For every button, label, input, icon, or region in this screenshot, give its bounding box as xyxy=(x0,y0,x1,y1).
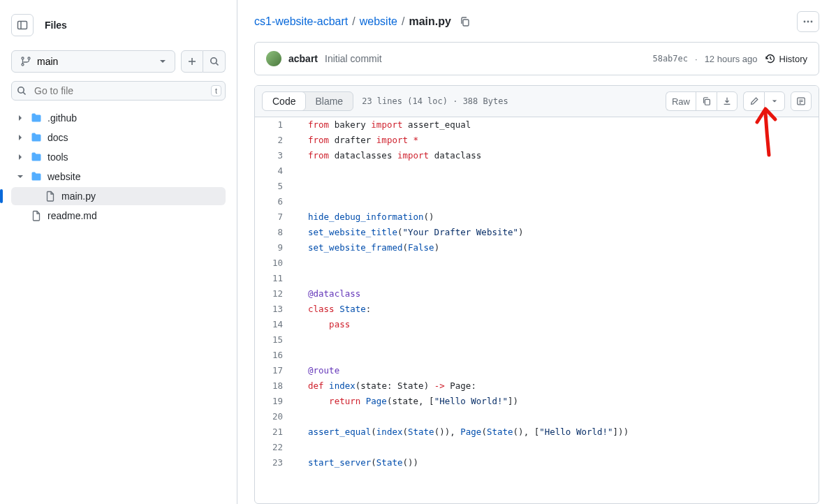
svg-point-10 xyxy=(807,21,809,23)
download-button[interactable] xyxy=(717,91,738,111)
code-body[interactable]: 1from bakery import assert_equal2from dr… xyxy=(255,117,819,503)
commit-sha[interactable]: 58ab7ec xyxy=(652,54,688,64)
edit-button[interactable] xyxy=(743,91,764,111)
line-number[interactable]: 15 xyxy=(255,332,297,348)
code-line: 3from dataclasses import dataclass xyxy=(255,148,819,163)
tree-item-readme.md[interactable]: readme.md xyxy=(11,207,226,225)
breadcrumb: cs1-website-acbart/website/main.py xyxy=(254,15,471,28)
line-number[interactable]: 6 xyxy=(255,194,297,209)
side-panel-toggle[interactable] xyxy=(11,14,34,36)
files-title: Files xyxy=(45,20,67,31)
line-number[interactable]: 14 xyxy=(255,317,297,332)
svg-rect-0 xyxy=(18,22,27,29)
add-file-button[interactable] xyxy=(181,50,203,73)
copy-icon xyxy=(702,96,712,106)
code-line: 17@route xyxy=(255,363,819,378)
code-line: 13class State: xyxy=(255,302,819,317)
line-number[interactable]: 21 xyxy=(255,424,297,440)
symbols-button[interactable] xyxy=(791,91,812,111)
line-number[interactable]: 2 xyxy=(255,133,297,148)
top-row: cs1-website-acbart/website/main.py xyxy=(254,11,819,32)
tree-item-docs[interactable]: docs xyxy=(11,128,226,147)
tree-item-.github[interactable]: .github xyxy=(11,109,226,127)
tab-code[interactable]: Code xyxy=(262,91,306,111)
code-box: Code Blame 23 lines (14 loc) · 388 Bytes… xyxy=(254,85,819,504)
branch-icon xyxy=(20,56,31,67)
svg-point-6 xyxy=(18,87,24,93)
line-number[interactable]: 4 xyxy=(255,163,297,179)
sidebar-header: Files xyxy=(11,11,226,42)
code-line: 10 xyxy=(255,255,819,271)
breadcrumb-part[interactable]: website xyxy=(360,15,397,28)
code-line: 18def index(state: State) -> Page: xyxy=(255,378,819,394)
file-search-input[interactable] xyxy=(11,81,226,101)
line-number[interactable]: 18 xyxy=(255,378,297,394)
svg-point-9 xyxy=(804,21,806,23)
search-icon xyxy=(210,57,219,66)
latest-commit-box: acbart Initial commit 58ab7ec · 12 hours… xyxy=(254,42,819,75)
line-number[interactable]: 16 xyxy=(255,348,297,363)
kbd-hint: t xyxy=(211,85,221,96)
search-file-button[interactable] xyxy=(203,50,226,73)
code-line: 22 xyxy=(255,440,819,455)
tree-item-tools[interactable]: tools xyxy=(11,148,226,166)
raw-button[interactable]: Raw xyxy=(666,91,696,111)
code-header: Code Blame 23 lines (14 loc) · 388 Bytes… xyxy=(255,86,819,117)
symbols-icon xyxy=(796,96,806,106)
line-number[interactable]: 13 xyxy=(255,302,297,317)
breadcrumb-part[interactable]: cs1-website-acbart xyxy=(254,15,348,28)
line-number[interactable]: 1 xyxy=(255,117,297,133)
branch-selector[interactable]: main xyxy=(11,50,175,73)
line-number[interactable]: 19 xyxy=(255,394,297,409)
code-line: 11 xyxy=(255,271,819,286)
pencil-icon xyxy=(749,96,759,106)
code-line: 2from drafter import * xyxy=(255,133,819,148)
copy-path-button[interactable] xyxy=(460,16,471,27)
svg-point-4 xyxy=(210,58,216,64)
branch-row: main xyxy=(11,50,226,73)
caret-down-icon xyxy=(772,98,777,104)
line-number[interactable]: 9 xyxy=(255,240,297,255)
avatar[interactable] xyxy=(266,51,281,66)
code-line: 8set_website_title("Your Drafter Website… xyxy=(255,225,819,240)
code-line: 7hide_debug_information() xyxy=(255,209,819,225)
commit-author[interactable]: acbart xyxy=(288,53,318,64)
line-number[interactable]: 3 xyxy=(255,148,297,163)
line-number[interactable]: 7 xyxy=(255,209,297,225)
svg-line-5 xyxy=(216,63,218,65)
history-link[interactable]: History xyxy=(765,53,807,64)
panel-icon xyxy=(17,20,28,31)
svg-rect-8 xyxy=(463,20,469,26)
more-options-button[interactable] xyxy=(797,11,819,32)
code-line: 20 xyxy=(255,409,819,424)
line-number[interactable]: 5 xyxy=(255,179,297,194)
code-line: 5 xyxy=(255,179,819,194)
code-line: 9set_website_framed(False) xyxy=(255,240,819,255)
breadcrumb-part: main.py xyxy=(409,15,450,28)
commit-time: 12 hours ago xyxy=(705,54,758,64)
edit-dropdown[interactable] xyxy=(764,91,785,111)
tree-item-main.py[interactable]: main.py xyxy=(11,187,226,205)
tab-blame[interactable]: Blame xyxy=(305,92,353,110)
line-number[interactable]: 12 xyxy=(255,286,297,302)
copy-raw-button[interactable] xyxy=(696,91,717,111)
file-sidebar: Files main t .github xyxy=(0,0,237,504)
line-number[interactable]: 10 xyxy=(255,255,297,271)
line-number[interactable]: 8 xyxy=(255,225,297,240)
svg-rect-12 xyxy=(705,99,710,105)
line-number[interactable]: 22 xyxy=(255,440,297,455)
line-number[interactable]: 11 xyxy=(255,271,297,286)
commit-message[interactable]: Initial commit xyxy=(325,53,382,64)
code-line: 14 pass xyxy=(255,317,819,332)
tree-item-website[interactable]: website xyxy=(11,168,226,186)
line-number[interactable]: 17 xyxy=(255,363,297,378)
code-line: 1from bakery import assert_equal xyxy=(255,117,819,133)
code-line: 4 xyxy=(255,163,819,179)
line-number[interactable]: 20 xyxy=(255,409,297,424)
line-number[interactable]: 23 xyxy=(255,455,297,470)
code-line: 23start_server(State()) xyxy=(255,455,819,470)
kebab-icon xyxy=(802,16,814,27)
search-icon xyxy=(17,86,27,96)
plus-icon xyxy=(187,57,197,66)
svg-point-11 xyxy=(811,21,813,23)
